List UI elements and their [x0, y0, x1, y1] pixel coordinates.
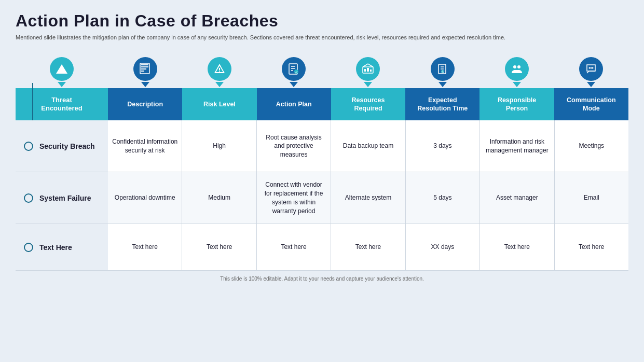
cell-communication-1: Meetings — [555, 120, 628, 172]
cell-risk-3: Text here — [182, 224, 256, 270]
icon-cell-description — [108, 51, 182, 88]
cell-action-1: Root cause analysis and protective measu… — [257, 120, 331, 172]
data-row-3: Text here Text here Text here Text here … — [108, 224, 628, 271]
data-row-1: Confidential information security at ris… — [108, 120, 628, 172]
threat-header: Threat Encountered — [16, 88, 108, 120]
threat-circle-1 — [24, 142, 33, 151]
cell-desc-2: Operational downtime — [108, 172, 182, 224]
cell-action-2: Connect with vendor for replacement if t… — [257, 172, 331, 224]
svg-point-22 — [517, 65, 520, 68]
cell-resources-1: Data backup team — [331, 120, 405, 172]
cell-responsible-2: Asset manager — [480, 172, 554, 224]
action-arrow — [290, 82, 298, 87]
threat-label-1: Security Breach — [39, 142, 95, 150]
footer-text: This slide is 100% editable. Adapt it to… — [16, 276, 628, 282]
threat-label-3: Text Here — [39, 243, 72, 252]
threat-cell-1: Security Breach — [16, 120, 108, 172]
cell-resources-3: Text here — [331, 224, 405, 270]
resolution-arrow — [439, 82, 447, 87]
cell-responsible-3: Text here — [480, 224, 554, 270]
svg-point-25 — [592, 67, 594, 69]
header-description: Description — [108, 88, 182, 120]
responsible-icon — [505, 57, 529, 81]
icon-cell-resources — [331, 51, 405, 88]
threat-circle-2 — [24, 193, 33, 203]
data-row-2: Operational downtime Medium Connect with… — [108, 172, 628, 224]
header-communication: Communication Mode — [554, 88, 628, 120]
icon-cell-risk — [182, 51, 256, 88]
icons-row: ✓ $ — [108, 51, 628, 88]
threat-cell-2: System Failure — [16, 172, 108, 224]
threat-column: ! Threat Encountered Security Breach Sys… — [16, 51, 108, 271]
svg-rect-15 — [370, 69, 372, 72]
svg-rect-2 — [141, 66, 148, 67]
icon-cell-resolution: $ — [405, 51, 479, 88]
threat-cell-3: Text Here — [16, 224, 108, 271]
icon-cell-responsible — [479, 51, 554, 88]
risk-arrow — [215, 82, 224, 87]
description-icon — [133, 57, 157, 81]
cell-resolution-3: XX days — [406, 224, 480, 270]
header-risk: Risk Level — [182, 88, 256, 120]
threat-label-2: System Failure — [39, 194, 91, 202]
threat-arrow — [58, 82, 66, 87]
svg-point-24 — [591, 67, 592, 69]
communication-arrow — [587, 82, 595, 87]
cell-action-3: Text here — [257, 224, 331, 270]
cell-resolution-2: 5 days — [406, 172, 480, 224]
svg-text:!: ! — [61, 67, 62, 73]
cell-desc-3: Text here — [108, 224, 182, 270]
icon-cell-communication — [554, 51, 628, 88]
description-arrow — [141, 82, 149, 87]
svg-text:$: $ — [442, 70, 444, 74]
cell-risk-1: High — [182, 120, 256, 172]
resources-arrow — [364, 82, 372, 87]
cell-communication-2: Email — [555, 172, 628, 224]
cell-desc-1: Confidential information security at ris… — [108, 120, 182, 172]
action-icon: ✓ — [282, 57, 306, 81]
svg-rect-3 — [141, 68, 146, 69]
svg-point-23 — [589, 67, 591, 69]
slide-title: Action Plan in Case of Breaches — [16, 11, 628, 31]
slide-subtitle: Mentioned slide illustrates the mitigati… — [16, 34, 628, 41]
svg-rect-1 — [141, 64, 148, 65]
risk-icon — [208, 57, 231, 81]
svg-point-21 — [513, 65, 516, 68]
cell-responsible-1: Information and risk management manager — [480, 120, 554, 172]
header-action: Action Plan — [257, 88, 331, 120]
responsible-arrow — [513, 82, 521, 87]
cell-communication-3: Text here — [555, 224, 628, 270]
threat-circle-3 — [24, 243, 33, 252]
svg-rect-13 — [364, 69, 366, 72]
resolution-icon: $ — [431, 57, 455, 81]
communication-icon — [579, 57, 603, 81]
svg-rect-14 — [367, 68, 369, 72]
svg-rect-4 — [141, 71, 144, 72]
cell-resolution-1: 3 days — [406, 120, 480, 172]
resources-icon — [356, 57, 380, 81]
threat-icon: ! — [50, 57, 74, 81]
cell-resources-2: Alternate system — [331, 172, 405, 224]
slide-container: Action Plan in Case of Breaches Mentione… — [0, 0, 644, 362]
svg-text:✓: ✓ — [295, 70, 298, 75]
header-resources: Resources Required — [331, 88, 405, 120]
main-grid: ✓ $ — [108, 51, 628, 271]
table-wrapper: ! Threat Encountered Security Breach Sys… — [16, 51, 628, 271]
header-row: Description Risk Level Action Plan Resou… — [108, 88, 628, 120]
icon-cell-action: ✓ — [257, 51, 331, 88]
header-resolution: Expected Resolution Time — [405, 88, 479, 120]
header-responsible: Responsible Person — [479, 88, 554, 120]
cell-risk-2: Medium — [182, 172, 256, 224]
